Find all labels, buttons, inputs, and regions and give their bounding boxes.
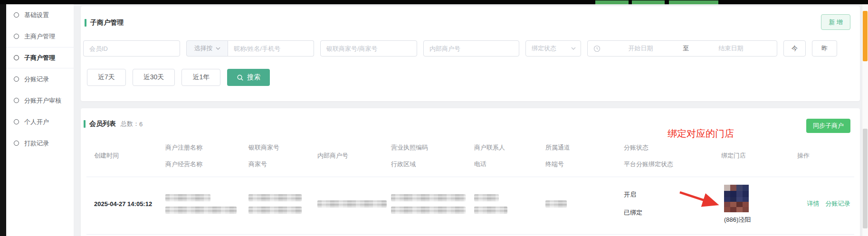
redacted-text xyxy=(545,200,567,208)
cell-channel-terminal xyxy=(545,177,624,230)
today-button[interactable]: 今 xyxy=(783,40,806,57)
filter-row: 选择按 绑定状态 开始日期 至 结束日期 今 昨 xyxy=(83,40,855,57)
column-header-line1: 银联商家号 xyxy=(248,143,317,152)
total-label: 总数： xyxy=(121,120,139,128)
sidebar-item-label: 主商户管理 xyxy=(24,32,55,41)
sync-submerchant-button[interactable]: 同步子商户 xyxy=(806,119,850,133)
cell-created-at: 2025-04-27 14:05:12 xyxy=(94,177,165,230)
column-header: 分账状态 平台分账绑定状态 xyxy=(624,139,721,173)
store-thumbnail[interactable] xyxy=(724,184,749,213)
member-id-input[interactable] xyxy=(83,40,180,57)
unionpay-merchant-input[interactable] xyxy=(320,40,417,57)
column-header: 创建时间 xyxy=(94,139,165,173)
chevron-down-icon xyxy=(216,47,220,50)
add-button[interactable]: 新 增 xyxy=(821,14,850,30)
redacted-text xyxy=(474,194,499,201)
top-bar-green-segment xyxy=(632,0,665,4)
circle-icon xyxy=(14,141,19,146)
table-header: 创建时间 商户注册名称 商户经营名称 银联商家号 商家号 内部商户号 营业执照编… xyxy=(94,139,860,173)
sidebar: 基础设置 主商户管理 子商户管理 分账记录 分账开户审核 xyxy=(6,4,74,236)
cell-unionpay-ids xyxy=(248,177,317,230)
sidebar-item-label: 基础设置 xyxy=(24,11,49,19)
row-divider xyxy=(86,234,854,235)
sidebar-item-label: 个人开户 xyxy=(24,118,49,126)
column-header-line2: 商家号 xyxy=(248,160,317,169)
scrollbar-thumb-orange[interactable] xyxy=(863,11,868,61)
redacted-text xyxy=(391,207,466,214)
cell-merchant-names xyxy=(165,177,248,230)
cell-actions: 详情 分账记录 xyxy=(797,177,860,230)
store-name: (886)泾阳 xyxy=(724,216,751,224)
chevron-down-icon xyxy=(571,47,576,50)
sidebar-item[interactable]: 基础设置 xyxy=(6,4,74,26)
arrow-annotation-icon xyxy=(677,188,725,210)
sidebar-menu: 基础设置 主商户管理 子商户管理 分账记录 分账开户审核 xyxy=(6,4,74,154)
split-status-value: 开启 xyxy=(624,190,636,199)
sidebar-item[interactable]: 主商户管理 xyxy=(6,26,74,47)
select-by-dropdown[interactable]: 选择按 xyxy=(186,40,228,57)
sidebar-dark-rail xyxy=(0,0,6,236)
quick-range-button[interactable]: 近7天 xyxy=(87,69,126,86)
column-header-line2: 平台分账绑定状态 xyxy=(624,160,721,169)
search-button-label: 搜索 xyxy=(247,73,260,82)
sidebar-item[interactable]: 分账开户审核 xyxy=(6,90,74,111)
split-records-link[interactable]: 分账记录 xyxy=(826,199,850,208)
redacted-text xyxy=(391,194,466,201)
cell-bound-store: (886)泾阳 xyxy=(721,177,797,230)
title-accent-bar xyxy=(85,19,86,27)
top-bar xyxy=(0,0,868,4)
column-header-line1: 绑定门店 xyxy=(721,151,797,160)
column-header-line1: 所属通道 xyxy=(545,143,624,152)
sidebar-item[interactable]: 打款记录 xyxy=(6,132,74,154)
clock-icon xyxy=(593,45,601,52)
redacted-text xyxy=(165,194,210,201)
scrollbar-thumb[interactable] xyxy=(863,129,868,228)
circle-icon xyxy=(14,55,19,60)
redacted-text xyxy=(317,200,387,208)
circle-icon xyxy=(14,12,19,18)
quick-range-button[interactable]: 近1年 xyxy=(181,69,220,86)
nickname-search-group: 选择按 xyxy=(186,40,314,57)
search-button[interactable]: 搜索 xyxy=(227,69,270,86)
member-list-card: 会员列表 总数： 6 同步子商户 绑定对应的门店 创建时间 商户注册名称 商户经… xyxy=(81,108,860,236)
redacted-text xyxy=(474,207,507,214)
bind-status-select[interactable]: 绑定状态 xyxy=(525,40,581,57)
sidebar-item-label: 分账记录 xyxy=(24,75,49,84)
page-title: 子商户管理 xyxy=(90,19,124,27)
quick-filter-row: 近7天 近30天 近1年 搜索 xyxy=(87,69,860,86)
column-header: 银联商家号 商家号 xyxy=(248,139,317,173)
internal-merchant-input[interactable] xyxy=(423,40,519,57)
platform-bind-status-value: 已绑定 xyxy=(624,208,642,217)
yesterday-button[interactable]: 昨 xyxy=(812,40,837,57)
end-date-placeholder: 结束日期 xyxy=(691,44,771,53)
column-header-line2: 终端号 xyxy=(545,160,624,169)
quick-range-button[interactable]: 近30天 xyxy=(133,69,175,86)
date-separator: 至 xyxy=(681,44,691,53)
cell-internal-merchant-id xyxy=(317,177,391,230)
redacted-text xyxy=(248,194,302,201)
column-header: 绑定门店 xyxy=(721,139,797,173)
column-header-line2: 商户经营名称 xyxy=(165,160,248,169)
annotation-text: 绑定对应的门店 xyxy=(668,127,734,140)
bind-status-label: 绑定状态 xyxy=(532,44,556,53)
redacted-text xyxy=(165,207,237,214)
column-header: 商户联系人 电话 xyxy=(474,139,545,173)
sidebar-item[interactable]: 分账记录 xyxy=(6,68,74,90)
date-range-picker[interactable]: 开始日期 至 结束日期 xyxy=(587,40,777,57)
scrollbar[interactable] xyxy=(862,4,868,236)
column-header-line2: 电话 xyxy=(474,160,545,169)
sidebar-item[interactable]: 个人开户 xyxy=(6,111,74,132)
total-value: 6 xyxy=(139,121,143,128)
select-by-label: 选择按 xyxy=(194,44,213,53)
quick-buttons: 近7天 近30天 近1年 xyxy=(87,69,220,86)
filter-card-title-row: 子商户管理 xyxy=(85,19,860,27)
sidebar-item-label: 打款记录 xyxy=(24,139,49,148)
circle-icon xyxy=(14,76,19,82)
start-date-placeholder: 开始日期 xyxy=(601,44,681,53)
column-header: 内部商户号 xyxy=(317,139,391,173)
nickname-input[interactable] xyxy=(228,40,314,57)
sidebar-item[interactable]: 子商户管理 xyxy=(6,47,74,68)
top-bar-green-segment xyxy=(669,0,718,4)
detail-link[interactable]: 详情 xyxy=(807,199,820,208)
cell-license-region xyxy=(391,177,474,230)
